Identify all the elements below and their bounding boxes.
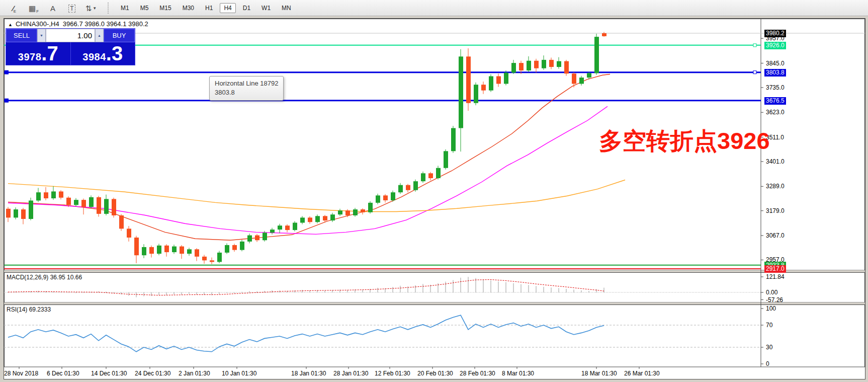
date-label: 6 Dec 01:30	[47, 370, 79, 377]
date-label: 28 Feb 01:30	[460, 370, 495, 377]
date-label: 12 Feb 01:30	[375, 370, 410, 377]
chart-title: ▲CHINA300-,H4 3966.7 3986.0 3964.1 3980.…	[8, 20, 148, 28]
collapse-triangle-icon[interactable]: ▲	[8, 22, 13, 27]
top-toolbar: ∕∕E▦FAT⇅▼ M1M5M15M30H1H4D1W1MN	[0, 0, 868, 16]
macd-scale-label-0.00: 0.00	[764, 289, 779, 296]
date-label: 26 Mar 01:30	[624, 370, 660, 377]
price-axis-label-3957.0: 3957.0	[764, 35, 786, 42]
timeframe-button-m1[interactable]: M1	[117, 3, 133, 13]
rsi-line	[8, 315, 604, 352]
arrows-tool-icon-glyph: ⇅	[85, 3, 92, 14]
rsi-scale-label-0: 0	[764, 360, 771, 368]
date-label: 28 Nov 2018	[4, 370, 38, 377]
macd-indicator-label: MACD(12,26,9) 36.95 10.66	[7, 274, 82, 281]
textbox-tool-icon[interactable]: T	[62, 2, 81, 15]
line-handle[interactable]	[753, 71, 756, 74]
tooltip-line2: 3803.8	[215, 88, 278, 97]
price-axis-label-3289.0: 3289.0	[764, 183, 786, 190]
timeframe-button-m15[interactable]: M15	[155, 3, 175, 13]
date-label: 18 Mar 01:30	[581, 370, 617, 377]
price-axis-label-3845.0: 3845.0	[764, 60, 786, 67]
macd-scale-label--57.26: -57.26	[764, 296, 785, 304]
date-label: 8 Mar 01:30	[502, 370, 534, 377]
sell-price[interactable]: 3978.7	[6, 42, 70, 65]
timeframe-button-w1[interactable]: W1	[257, 3, 275, 13]
textbox-tool-icon-glyph: T	[68, 5, 75, 13]
line-handle[interactable]	[753, 44, 756, 47]
chart-symbol-label: CHINA300-,H4	[16, 20, 59, 28]
tooltip-line1: Horizontal Line 18792	[215, 79, 278, 88]
macd-scale-label-121.84: 121.84	[764, 273, 786, 281]
rsi-scale-label-70: 70	[764, 322, 774, 329]
macd-signal-line	[8, 280, 604, 295]
pane-splitter[interactable]	[4, 302, 865, 304]
sell-price-main: 3978	[18, 51, 42, 63]
rsi-indicator-label: RSI(14) 69.2333	[7, 306, 51, 313]
buy-price[interactable]: 3984.3	[70, 42, 135, 65]
date-label: 18 Jan 01:30	[291, 370, 326, 377]
channels-tool-icon[interactable]: ∕∕E	[5, 2, 24, 15]
volume-decrease-button[interactable]: ▼	[37, 29, 46, 42]
price-axis-label-3926.0: 3926.0	[764, 42, 786, 49]
sell-price-fraction: .7	[41, 43, 58, 63]
buy-price-fraction: .3	[106, 43, 123, 63]
date-label: 24 Dec 01:30	[135, 370, 170, 377]
date-label: 2 Jan 01:30	[179, 370, 210, 377]
text-tool-icon-glyph: A	[50, 3, 55, 14]
price-axis-label-3067.0: 3067.0	[764, 232, 786, 240]
sell-button[interactable]: SELL	[6, 29, 37, 42]
date-label: 14 Dec 01:30	[91, 370, 127, 377]
chart-window: ▲CHINA300-,H4 3966.7 3986.0 3964.1 3980.…	[4, 18, 865, 379]
volume-increase-button[interactable]: ▲	[95, 29, 104, 42]
macd-pane-frame	[5, 273, 865, 303]
timeframe-button-h4[interactable]: H4	[220, 3, 235, 13]
rsi-scale-label-100: 100	[764, 305, 777, 313]
ma-mid-magenta	[8, 106, 607, 234]
buy-button[interactable]: BUY	[104, 29, 135, 42]
pane-splitter[interactable]	[4, 270, 865, 272]
price-axis-label-3401.0: 3401.0	[764, 158, 786, 166]
one-click-trade-panel: SELL ▼ 1.00 ▲ BUY 3978.7 3984.3	[6, 28, 135, 65]
timeframe-buttons-group: M1M5M15M30H1H4D1W1MN	[117, 3, 295, 13]
price-axis-label-3676.5: 3676.5	[764, 97, 786, 105]
price-axis-label-3623.0: 3623.0	[764, 109, 786, 116]
drawing-tools-group: ∕∕E▦FAT⇅▼	[5, 2, 101, 15]
toolbar-separator	[108, 3, 111, 14]
price-axis-label-3735.0: 3735.0	[764, 84, 786, 92]
fibonacci-tool-icon[interactable]: ▦F	[24, 2, 43, 15]
chart-ohlc-label: 3966.7 3986.0 3964.1 3980.2	[63, 20, 148, 28]
fibonacci-tool-icon-sub: F	[36, 9, 39, 14]
line-left-marker[interactable]	[5, 99, 9, 103]
channels-tool-icon-sub: E	[14, 9, 16, 14]
dropdown-caret-icon[interactable]: ▼	[93, 3, 97, 14]
buy-price-main: 3984	[82, 51, 106, 63]
timeframe-button-m30[interactable]: M30	[179, 3, 198, 13]
date-label: 28 Jan 01:30	[333, 370, 368, 377]
horizontal-line-tooltip: Horizontal Line 18792 3803.8	[209, 76, 284, 101]
arrows-tool-icon[interactable]: ⇅▼	[81, 2, 101, 15]
rsi-scale-label-30: 30	[764, 344, 774, 351]
rsi-pane-frame	[5, 305, 865, 367]
text-tool-icon[interactable]: A	[43, 2, 62, 15]
chart-text-annotation[interactable]: 多空转折点3926	[599, 125, 770, 157]
timeframe-button-m5[interactable]: M5	[136, 3, 153, 13]
fibonacci-tool-icon-glyph: ▦	[29, 3, 36, 14]
timeframe-button-h1[interactable]: H1	[201, 3, 217, 13]
date-label: 20 Feb 01:30	[417, 370, 453, 377]
chart-canvas[interactable]	[4, 19, 865, 379]
volume-input[interactable]: 1.00	[46, 29, 95, 42]
price-axis-label-3803.8: 3803.8	[764, 69, 786, 77]
timeframe-button-mn[interactable]: MN	[278, 3, 295, 13]
timeframe-button-d1[interactable]: D1	[239, 3, 254, 13]
price-axis-label-2917.0: 2917.0	[764, 265, 786, 273]
line-left-marker[interactable]	[5, 70, 9, 74]
date-label: 10 Jan 01:30	[222, 370, 256, 377]
macd-histogram	[8, 277, 604, 297]
price-axis-label-3179.0: 3179.0	[764, 207, 786, 215]
